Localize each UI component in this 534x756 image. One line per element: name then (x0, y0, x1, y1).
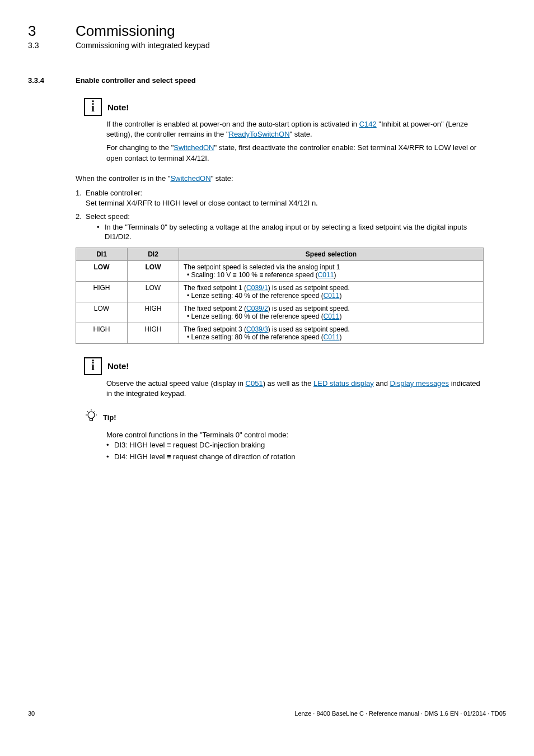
section-number: 3.3 (28, 41, 76, 50)
section-title: Commissioning with integrated keypad (76, 41, 210, 50)
link-led-status[interactable]: LED status display (313, 379, 374, 388)
divider: _ _ _ _ _ _ _ _ _ _ _ _ _ _ _ _ _ _ _ _ … (28, 62, 506, 63)
svg-line-5 (87, 411, 88, 412)
svg-rect-1 (90, 418, 93, 421)
link-c039-2[interactable]: C039/2 (246, 305, 268, 312)
page-number: 30 (28, 710, 35, 717)
footer-meta: Lenze · 8400 BaseLine C · Reference manu… (294, 710, 506, 717)
link-c011[interactable]: C011 (324, 312, 340, 320)
table-header: DI1 (76, 248, 128, 260)
link-c051[interactable]: C051 (246, 379, 263, 388)
tip-label: Tip! (103, 413, 116, 422)
link-c011[interactable]: C011 (324, 292, 340, 300)
subsection-title: Enable controller and select speed (76, 76, 196, 85)
svg-line-6 (95, 411, 96, 412)
info-icon: i (84, 357, 102, 375)
note-label: Note! (107, 102, 129, 112)
link-switchedon[interactable]: SwitchedON (174, 143, 214, 152)
table-header: Speed selection (179, 248, 484, 260)
info-icon: i (84, 98, 102, 116)
svg-point-0 (88, 412, 95, 418)
link-switchedon-2[interactable]: SwitchedON (170, 174, 210, 183)
link-c011[interactable]: C011 (324, 333, 340, 341)
table-row: HIGH LOW The fixed setpoint 1 (C039/1) i… (76, 281, 484, 302)
link-c039-3[interactable]: C039/3 (246, 325, 268, 333)
speed-selection-table: DI1 DI2 Speed selection LOW LOW The setp… (76, 248, 484, 344)
intro-text: When the controller is in the "SwitchedO… (76, 174, 484, 184)
note-body: If the controller is enabled at power-on… (106, 119, 484, 164)
step-1: 1. Enable controller: Set terminal X4/RF… (76, 188, 484, 208)
link-readytoswitchon[interactable]: ReadyToSwitchON (229, 130, 290, 138)
table-row: LOW LOW The setpoint speed is selected v… (76, 260, 484, 281)
tip-body: More control functions in the "Terminals… (106, 430, 484, 463)
note-body: Observe the actual speed value (display … (106, 379, 484, 399)
note-label: Note! (107, 361, 129, 371)
table-header: DI2 (128, 248, 179, 260)
lightbulb-icon (84, 409, 99, 427)
link-c142[interactable]: C142 (359, 120, 377, 128)
table-row: HIGH HIGH The fixed setpoint 3 (C039/3) … (76, 323, 484, 343)
link-c039-1[interactable]: C039/1 (246, 284, 268, 292)
table-row: LOW HIGH The fixed setpoint 2 (C039/2) i… (76, 302, 484, 323)
step-2: 2. Select speed: •In the "Terminals 0" b… (76, 212, 484, 244)
chapter-title: Commissioning (76, 22, 175, 40)
chapter-number: 3 (28, 22, 76, 40)
link-display-messages[interactable]: Display messages (390, 379, 449, 388)
subsection-number: 3.3.4 (28, 76, 76, 85)
link-c011[interactable]: C011 (318, 271, 334, 279)
